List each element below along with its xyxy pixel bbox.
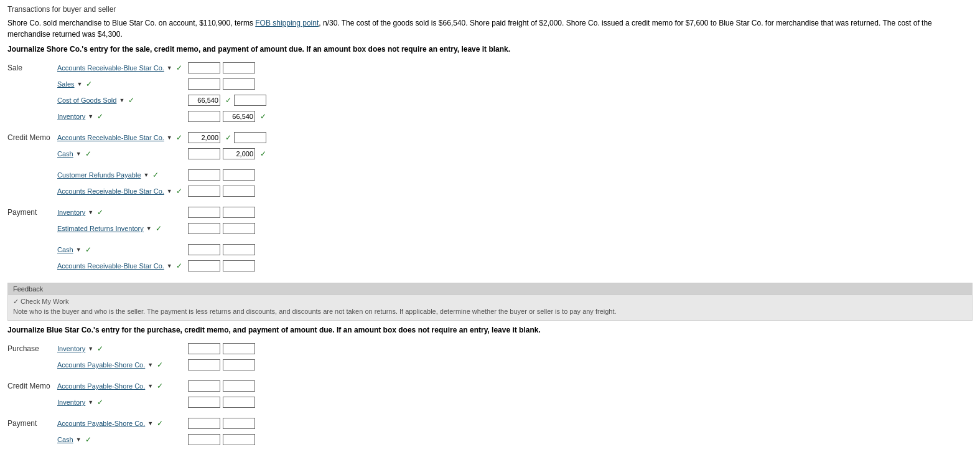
bs-credit-memo-debit-2[interactable]	[188, 397, 220, 408]
customer-refunds-dropdown[interactable]: Customer Refunds Payable ▼ ✓	[57, 171, 159, 179]
customer-refunds-debit[interactable]	[188, 169, 220, 181]
purchase-dropdown-1[interactable]: Inventory ▼ ✓	[57, 344, 103, 353]
bs-payment-link-1[interactable]: Accounts Payable-Shore Co.	[57, 420, 145, 427]
payment-account-2: Estimated Returns Inventory ▼ ✓	[57, 224, 188, 233]
purchase-dropdown-arrow-1: ▼	[88, 346, 93, 352]
credit-memo-dropdown-arrow-1: ▼	[167, 134, 172, 141]
sale-debit-1[interactable]	[188, 62, 220, 73]
cogs-dropdown-arrow-1: ▼	[119, 97, 124, 103]
payment-credit-2[interactable]	[223, 223, 255, 234]
payment-debit-4[interactable]	[188, 260, 220, 271]
purchase-dropdown-2[interactable]: Accounts Payable-Shore Co. ▼ ✓	[57, 361, 163, 369]
sale-account-link-2[interactable]: Sales	[57, 80, 75, 88]
sale-credit-2[interactable]	[223, 78, 255, 90]
credit-memo-account-link-2[interactable]: Cash	[57, 150, 73, 158]
payment-account-link-2[interactable]: Estimated Returns Inventory	[57, 225, 144, 232]
payment-debit-2[interactable]	[188, 223, 220, 234]
payment-account-link-4[interactable]: Accounts Receivable-Blue Star Co.	[57, 262, 164, 270]
cogs-credit-1[interactable]	[234, 95, 266, 106]
credit-memo-credit-2[interactable]	[223, 148, 255, 159]
ar-dropdown-2[interactable]: Accounts Receivable-Blue Star Co. ▼ ✓	[57, 187, 182, 196]
sale-dropdown-2[interactable]: Sales ▼ ✓	[57, 80, 92, 88]
bs-payment-debit-1[interactable]	[188, 418, 220, 429]
purchase-account-link-2[interactable]: Accounts Payable-Shore Co.	[57, 361, 145, 369]
purchase-credit-2[interactable]	[223, 359, 255, 370]
cogs-debit-1[interactable]	[188, 95, 220, 106]
sale-account-link-1[interactable]: Accounts Receivable-Blue Star Co.	[57, 64, 164, 72]
bs-credit-memo-label: Credit Memo	[7, 382, 57, 390]
inventory-amount-check-1: ✓	[260, 112, 266, 121]
inventory-dropdown-1[interactable]: Inventory ▼ ✓	[57, 112, 103, 121]
ar-credit-2[interactable]	[223, 186, 255, 197]
credit-memo-debit-1[interactable]	[188, 132, 220, 143]
credit-memo-dropdown-1[interactable]: Accounts Receivable-Blue Star Co. ▼ ✓	[57, 133, 182, 142]
fob-link[interactable]: FOB shipping point	[255, 19, 319, 27]
bs-credit-memo-link-2[interactable]: Inventory	[57, 398, 85, 406]
payment-dropdown-1[interactable]: Inventory ▼ ✓	[57, 208, 103, 217]
purchase-row-2: Accounts Payable-Shore Co. ▼ ✓	[7, 358, 973, 372]
inventory-credit-1[interactable]	[223, 111, 255, 122]
credit-memo-check-1: ✓	[176, 133, 182, 142]
purchase-account-link-1[interactable]: Inventory	[57, 345, 85, 352]
purchase-debit-2[interactable]	[188, 359, 220, 370]
purchase-row-1: Purchase Inventory ▼ ✓	[7, 342, 973, 356]
customer-refunds-credit[interactable]	[223, 169, 255, 181]
cogs-check-1: ✓	[128, 96, 134, 105]
cogs-account-link-1[interactable]: Cost of Goods Sold	[57, 97, 116, 104]
credit-memo-dropdown-2[interactable]: Cash ▼ ✓	[57, 149, 91, 158]
payment-dropdown-3[interactable]: Cash ▼ ✓	[57, 245, 91, 254]
payment-dropdown-arrow-1: ▼	[88, 209, 93, 215]
bs-payment-credit-2[interactable]	[223, 434, 255, 445]
credit-memo-debit-2[interactable]	[188, 148, 220, 159]
payment-credit-3[interactable]	[223, 244, 255, 255]
credit-memo-account-2: Cash ▼ ✓	[57, 149, 188, 158]
bs-payment-check-1: ✓	[157, 419, 163, 428]
purchase-debit-1[interactable]	[188, 343, 220, 354]
bs-payment-debit-2[interactable]	[188, 434, 220, 445]
bs-credit-memo-row-1: Credit Memo Accounts Payable-Shore Co. ▼…	[7, 379, 973, 393]
bs-credit-memo-link-1[interactable]: Accounts Payable-Shore Co.	[57, 382, 145, 390]
sale-credit-1[interactable]	[223, 62, 255, 73]
payment-dropdown-4[interactable]: Accounts Receivable-Blue Star Co. ▼ ✓	[57, 262, 182, 270]
cogs-account-1: Cost of Goods Sold ▼ ✓	[57, 96, 188, 105]
ar-account-link-2[interactable]: Accounts Receivable-Blue Star Co.	[57, 187, 164, 195]
bs-credit-memo-debit-1[interactable]	[188, 380, 220, 392]
bs-payment-credit-1[interactable]	[223, 418, 255, 429]
ar-dropdown-arrow-2: ▼	[167, 188, 172, 194]
customer-refunds-row: Customer Refunds Payable ▼ ✓	[7, 168, 973, 182]
payment-credit-1[interactable]	[223, 207, 255, 218]
payment-account-1: Inventory ▼ ✓	[57, 208, 188, 217]
bs-credit-memo-dropdown-2[interactable]: Inventory ▼ ✓	[57, 398, 103, 407]
blue-star-entries: Purchase Inventory ▼ ✓ Accounts Payable-…	[7, 342, 973, 446]
ar-debit-2[interactable]	[188, 186, 220, 197]
inventory-account-link-1[interactable]: Inventory	[57, 113, 85, 120]
sale-dropdown-arrow-2: ▼	[77, 81, 83, 87]
customer-refunds-link[interactable]: Customer Refunds Payable	[57, 171, 141, 179]
payment-credit-4[interactable]	[223, 260, 255, 271]
sale-check-2: ✓	[86, 80, 92, 88]
payment-debit-1[interactable]	[188, 207, 220, 218]
purchase-credit-1[interactable]	[223, 343, 255, 354]
bs-payment-dropdown-1[interactable]: Accounts Payable-Shore Co. ▼ ✓	[57, 419, 163, 428]
payment-dropdown-2[interactable]: Estimated Returns Inventory ▼ ✓	[57, 224, 162, 233]
bs-payment-link-2[interactable]: Cash	[57, 436, 73, 443]
inventory-debit-1[interactable]	[188, 111, 220, 122]
cogs-dropdown-1[interactable]: Cost of Goods Sold ▼ ✓	[57, 96, 134, 105]
payment-debit-3[interactable]	[188, 244, 220, 255]
ar-check-2: ✓	[176, 187, 182, 196]
bs-payment-row-1: Payment Accounts Payable-Shore Co. ▼ ✓	[7, 417, 973, 430]
bs-credit-memo-row-2: Inventory ▼ ✓	[7, 395, 973, 409]
bs-credit-memo-dropdown-1[interactable]: Accounts Payable-Shore Co. ▼ ✓	[57, 382, 163, 390]
payment-account-link-1[interactable]: Inventory	[57, 209, 85, 216]
sale-debit-2[interactable]	[188, 78, 220, 90]
payment-check-1: ✓	[97, 208, 103, 217]
bs-payment-dropdown-2[interactable]: Cash ▼ ✓	[57, 435, 91, 444]
credit-memo-label: Credit Memo	[7, 133, 57, 142]
credit-memo-credit-1[interactable]	[234, 132, 266, 143]
bs-credit-memo-credit-1[interactable]	[223, 380, 255, 392]
payment-account-link-3[interactable]: Cash	[57, 246, 73, 253]
bs-credit-memo-credit-2[interactable]	[223, 397, 255, 408]
credit-memo-account-link-1[interactable]: Accounts Receivable-Blue Star Co.	[57, 134, 164, 141]
credit-memo-amount-check-1: ✓	[225, 133, 231, 142]
sale-dropdown-1[interactable]: Accounts Receivable-Blue Star Co. ▼ ✓	[57, 64, 182, 72]
